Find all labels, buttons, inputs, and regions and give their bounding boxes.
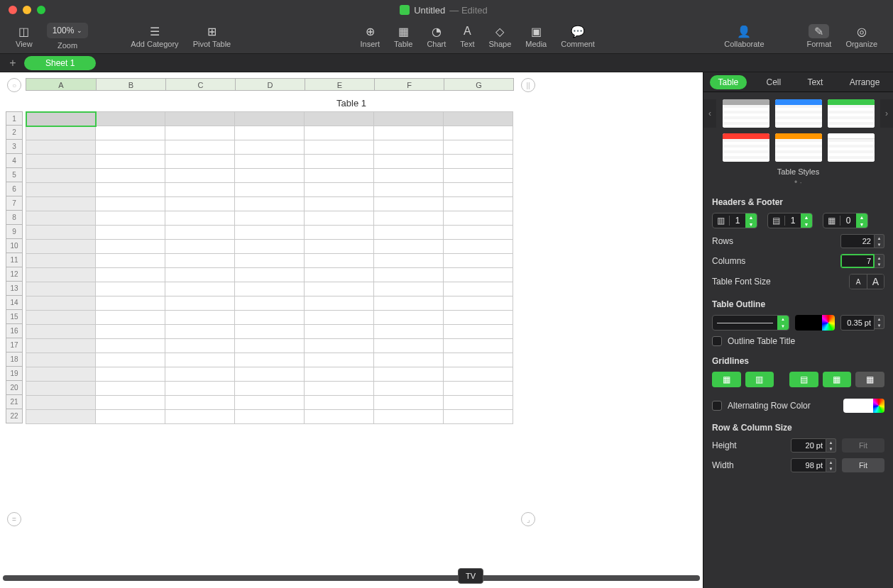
outline-color-wheel[interactable] — [822, 315, 835, 331]
cell-B20[interactable] — [96, 382, 165, 396]
cell-C17[interactable] — [165, 339, 235, 353]
alt-row-checkbox[interactable] — [712, 401, 722, 411]
organize-button[interactable]: ◎ Organize — [838, 21, 884, 52]
cell-A10[interactable] — [26, 240, 96, 254]
cell-F6[interactable] — [374, 183, 444, 197]
cell-G18[interactable] — [444, 353, 513, 367]
close-window-button[interactable] — [9, 6, 17, 14]
row-header-13[interactable]: 13 — [6, 282, 23, 296]
cell-F2[interactable] — [374, 126, 444, 140]
spreadsheet-grid[interactable] — [26, 111, 513, 424]
outline-style-dropdown[interactable]: ▲▼ — [712, 315, 789, 331]
chart-button[interactable]: ◔ Chart — [420, 21, 453, 52]
cell-B3[interactable] — [96, 140, 165, 155]
fit-height-button[interactable]: Fit — [842, 438, 884, 453]
cell-E6[interactable] — [305, 183, 374, 197]
cell-B11[interactable] — [96, 254, 165, 268]
row-header-3[interactable]: 3 — [6, 140, 23, 154]
cell-C5[interactable] — [165, 169, 235, 183]
cell-B9[interactable] — [96, 226, 165, 240]
cell-A17[interactable] — [26, 339, 96, 353]
width-stepper[interactable]: ▲▼ — [826, 458, 836, 472]
cell-E13[interactable] — [305, 282, 374, 296]
cell-G7[interactable] — [444, 197, 513, 211]
cell-D10[interactable] — [235, 240, 305, 254]
cell-B18[interactable] — [96, 353, 165, 367]
gridline-header-v[interactable]: ▦ — [823, 372, 852, 387]
cell-A13[interactable] — [26, 282, 96, 296]
row-header-5[interactable]: 5 — [6, 168, 23, 182]
cell-A6[interactable] — [26, 183, 96, 197]
shape-button[interactable]: ◇ Shape — [481, 21, 518, 52]
cell-C6[interactable] — [165, 183, 235, 197]
cell-E20[interactable] — [305, 382, 374, 396]
pivot-table-button[interactable]: ⊞ Pivot Table — [186, 21, 239, 52]
cell-B22[interactable] — [96, 410, 165, 424]
cell-F13[interactable] — [374, 282, 444, 296]
cell-C9[interactable] — [165, 226, 235, 240]
cell-D12[interactable] — [235, 268, 305, 282]
cell-D9[interactable] — [235, 226, 305, 240]
cell-E9[interactable] — [305, 226, 374, 240]
footer-rows-stepper[interactable]: ▦ 0 ▲▼ — [823, 213, 868, 228]
row-header-22[interactable]: 22 — [6, 409, 23, 423]
cell-C7[interactable] — [165, 197, 235, 211]
cell-B6[interactable] — [96, 183, 165, 197]
cell-D21[interactable] — [235, 396, 305, 410]
cell-C8[interactable] — [165, 211, 235, 226]
cell-C22[interactable] — [165, 410, 235, 424]
height-stepper[interactable]: ▲▼ — [826, 438, 836, 453]
cell-A3[interactable] — [26, 140, 96, 155]
cell-C14[interactable] — [165, 296, 235, 311]
row-header-10[interactable]: 10 — [6, 239, 23, 253]
header-columns-stepper[interactable]: ▥ 1 ▲▼ — [712, 213, 757, 228]
cell-C3[interactable] — [165, 140, 235, 155]
cell-F4[interactable] — [374, 155, 444, 169]
row-header-6[interactable]: 6 — [6, 182, 23, 196]
cell-C21[interactable] — [165, 396, 235, 410]
cell-G20[interactable] — [444, 382, 513, 396]
cell-G3[interactable] — [444, 140, 513, 155]
cell-G22[interactable] — [444, 410, 513, 424]
outline-weight-stepper[interactable]: ▲▼ — [875, 315, 884, 329]
width-input[interactable]: ▲▼ — [791, 458, 836, 472]
cell-D5[interactable] — [235, 169, 305, 183]
styles-prev-button[interactable]: ‹ — [703, 99, 716, 128]
table-style-red[interactable] — [723, 133, 769, 162]
cell-F10[interactable] — [374, 240, 444, 254]
cell-B1[interactable] — [96, 112, 165, 126]
table-style-plain[interactable] — [828, 133, 875, 162]
cell-A22[interactable] — [26, 410, 96, 424]
columns-field[interactable] — [840, 254, 875, 268]
cell-G12[interactable] — [444, 268, 513, 282]
cell-C4[interactable] — [165, 155, 235, 169]
column-header-B[interactable]: B — [97, 78, 166, 91]
width-field[interactable] — [791, 458, 826, 472]
cell-A16[interactable] — [26, 325, 96, 339]
cell-E22[interactable] — [305, 410, 374, 424]
cell-G8[interactable] — [444, 211, 513, 226]
zoom-button[interactable]: 100% ⌄ Zoom — [40, 21, 96, 52]
cell-G6[interactable] — [444, 183, 513, 197]
cell-E3[interactable] — [305, 140, 374, 155]
styles-next-button[interactable]: › — [880, 99, 893, 128]
cell-A19[interactable] — [26, 367, 96, 382]
increase-font-button[interactable]: A — [867, 274, 884, 289]
cell-B21[interactable] — [96, 396, 165, 410]
cell-A9[interactable] — [26, 226, 96, 240]
cell-E15[interactable] — [305, 311, 374, 325]
cell-G9[interactable] — [444, 226, 513, 240]
gridline-header-h[interactable]: ▤ — [789, 372, 818, 387]
cell-A1[interactable] — [26, 112, 96, 126]
table-style-green[interactable] — [828, 99, 875, 128]
cell-F11[interactable] — [374, 254, 444, 268]
cell-C16[interactable] — [165, 325, 235, 339]
cell-G15[interactable] — [444, 311, 513, 325]
row-header-16[interactable]: 16 — [6, 324, 23, 338]
cell-D2[interactable] — [235, 126, 305, 140]
cell-A2[interactable] — [26, 126, 96, 140]
row-header-15[interactable]: 15 — [6, 310, 23, 324]
gridline-footer[interactable]: ▦ — [855, 372, 884, 387]
media-button[interactable]: ▣ Media — [518, 21, 554, 52]
fit-width-button[interactable]: Fit — [842, 458, 884, 472]
